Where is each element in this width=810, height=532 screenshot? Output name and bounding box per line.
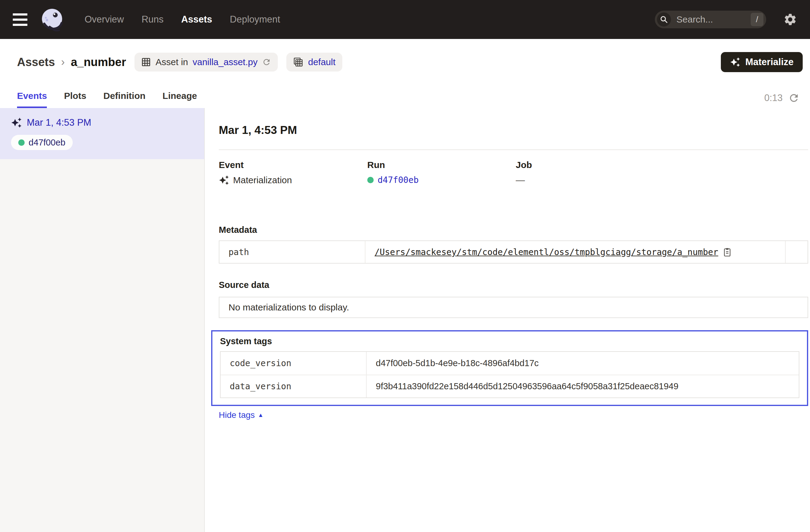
system-tags-section: System tags code_version d47f00eb-5d1b-4…	[211, 330, 808, 406]
job-column-label: Job	[516, 160, 664, 170]
event-type-value: Materialization	[233, 175, 292, 186]
settings-gear-icon[interactable]	[783, 13, 797, 27]
nav-item-deployment[interactable]: Deployment	[230, 14, 280, 25]
tabs-bar: Events Plots Definition Lineage 0:13	[0, 85, 810, 108]
asset-definition-badge[interactable]: Asset in vanilla_asset.py	[134, 53, 278, 71]
row-actions-cell	[785, 241, 808, 263]
table-row: path /Users/smackesey/stm/code/elementl/…	[220, 241, 808, 263]
refresh-countdown: 0:13	[764, 93, 783, 103]
run-column-label: Run	[367, 160, 516, 170]
tag-value: d47f00eb-5d1b-4e9e-b18c-4896af4bd17c	[376, 358, 538, 368]
repository-name-link[interactable]: default	[308, 57, 335, 67]
materialization-sparkle-icon	[219, 175, 229, 186]
refresh-icon[interactable]	[788, 92, 800, 104]
metadata-table: path /Users/smackesey/stm/code/elementl/…	[219, 240, 808, 263]
menu-icon[interactable]	[13, 13, 27, 26]
metadata-key: path	[220, 241, 366, 263]
repository-badge[interactable]: default	[286, 53, 342, 71]
nav-item-runs[interactable]: Runs	[142, 14, 163, 25]
materialize-label: Materialize	[745, 57, 794, 68]
system-tags-heading: System tags	[220, 336, 799, 346]
asset-in-label: Asset in	[156, 57, 188, 67]
dagster-logo-icon[interactable]	[38, 5, 66, 34]
event-column-label: Event	[219, 160, 367, 170]
run-id-link[interactable]: d47f00eb	[378, 175, 419, 185]
event-detail-title: Mar 1, 4:53 PM	[219, 124, 808, 136]
system-tags-table: code_version d47f00eb-5d1b-4e9e-b18c-489…	[220, 351, 799, 398]
tab-plots[interactable]: Plots	[64, 91, 86, 108]
source-data-empty-box: No materializations to display.	[219, 297, 808, 318]
repository-icon	[293, 57, 303, 67]
breadcrumb-asset-name: a_number	[71, 56, 126, 69]
chevron-up-icon: ▲	[258, 412, 263, 418]
asset-file-link[interactable]: vanilla_asset.py	[193, 57, 257, 67]
search-shortcut-badge: /	[751, 13, 763, 26]
hide-tags-link[interactable]: Hide tags ▲	[219, 410, 263, 420]
tab-events[interactable]: Events	[17, 91, 47, 108]
content-area: Mar 1, 4:53 PM d47f00eb Mar 1, 4:53 PM E…	[0, 108, 810, 532]
search-icon	[657, 13, 671, 27]
nav-item-overview[interactable]: Overview	[85, 14, 124, 25]
run-id-pill[interactable]: d47f00eb	[11, 135, 73, 150]
top-nav: Overview Runs Assets Deployment /	[0, 0, 810, 39]
run-status-dot	[18, 140, 25, 146]
event-list-sidebar: Mar 1, 4:53 PM d47f00eb	[0, 108, 205, 532]
page-header: Assets › a_number Asset in vanilla_asset…	[0, 39, 810, 85]
tag-value: 9f3b411a390fd22e158d446d5d12504963596aa6…	[376, 381, 679, 391]
path-value-link[interactable]: /Users/smackesey/stm/code/elementl/oss/t…	[375, 247, 718, 257]
search-input[interactable]	[676, 14, 746, 25]
run-id-label: d47f00eb	[29, 138, 65, 148]
reload-icon[interactable]	[262, 58, 271, 67]
job-empty-value: —	[516, 175, 525, 186]
source-data-empty-message: No materializations to display.	[228, 302, 349, 312]
search-box[interactable]: /	[655, 11, 766, 28]
event-timestamp[interactable]: Mar 1, 4:53 PM	[27, 117, 91, 128]
tag-key: code_version	[221, 352, 367, 375]
event-detail-panel: Mar 1, 4:53 PM Event Materialization Run…	[205, 108, 810, 532]
sparkle-icon	[730, 57, 740, 67]
primary-nav: Overview Runs Assets Deployment	[85, 14, 280, 25]
divider	[219, 149, 808, 150]
nav-item-assets[interactable]: Assets	[181, 14, 212, 25]
event-list-item[interactable]: Mar 1, 4:53 PM d47f00eb	[0, 108, 204, 159]
run-status-dot	[367, 177, 374, 183]
tab-definition[interactable]: Definition	[103, 91, 145, 108]
materialize-button[interactable]: Materialize	[721, 52, 803, 72]
source-data-heading: Source data	[219, 280, 808, 290]
table-row: code_version d47f00eb-5d1b-4e9e-b18c-489…	[221, 352, 799, 375]
table-row: data_version 9f3b411a390fd22e158d446d5d1…	[221, 375, 799, 398]
breadcrumb-separator: ›	[61, 56, 65, 68]
tab-lineage[interactable]: Lineage	[162, 91, 197, 108]
metadata-heading: Metadata	[219, 225, 808, 235]
hide-tags-label: Hide tags	[219, 410, 255, 420]
copy-icon[interactable]	[723, 247, 732, 257]
grid-icon	[141, 57, 151, 67]
breadcrumb-assets[interactable]: Assets	[17, 56, 55, 69]
tag-key: data_version	[221, 375, 367, 398]
materialization-sparkle-icon	[11, 117, 22, 128]
